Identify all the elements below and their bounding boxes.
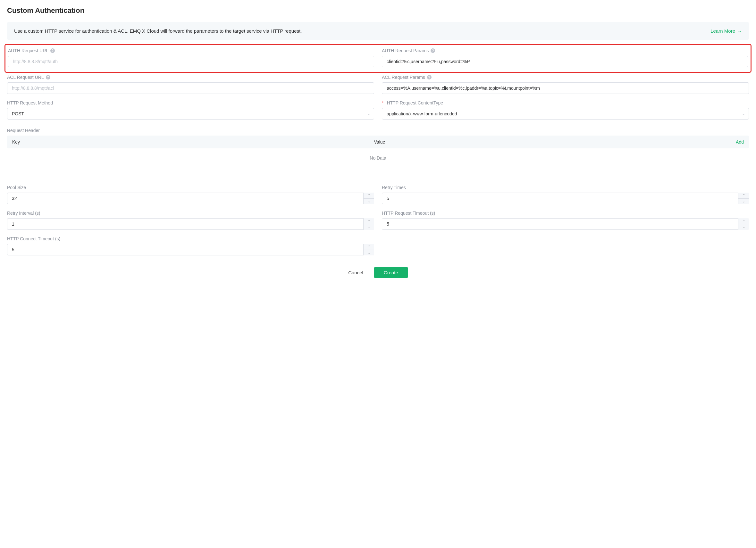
- retry-times-input[interactable]: [382, 193, 749, 204]
- retry-times-label: Retry Times: [382, 185, 749, 190]
- method-row: HTTP Request Method ⌄ * HTTP Request Con…: [7, 100, 749, 120]
- arrow-right-icon: →: [737, 28, 742, 34]
- acl-url-input[interactable]: [7, 82, 374, 94]
- learn-more-label: Learn More: [710, 28, 735, 34]
- request-header-section: Request Header Key Value Add No Data: [7, 126, 749, 164]
- auth-url-input[interactable]: [8, 56, 374, 67]
- header-no-data: No Data: [7, 148, 749, 164]
- acl-params-label-text: ACL Request Params: [382, 75, 425, 80]
- connect-timeout-input[interactable]: [7, 244, 374, 256]
- acl-row: ACL Request URL ? ACL Request Params ?: [7, 75, 749, 94]
- interval-timeout-row: Retry Interval (s) ⌃ ⌄ HTTP Request Time…: [7, 211, 749, 230]
- request-timeout-input[interactable]: [382, 218, 749, 230]
- content-type-label: * HTTP Request ContentType: [382, 100, 749, 105]
- info-banner: Use a custom HTTP service for authentica…: [7, 22, 749, 40]
- info-banner-text: Use a custom HTTP service for authentica…: [14, 28, 302, 34]
- help-icon[interactable]: ?: [46, 75, 50, 80]
- header-col-value: Value: [374, 139, 736, 145]
- auth-params-input[interactable]: [382, 56, 748, 67]
- request-header-label: Request Header: [7, 128, 749, 133]
- auth-url-label: AUTH Request URL ?: [8, 48, 374, 53]
- create-button[interactable]: Create: [374, 267, 408, 278]
- spinner-down-icon[interactable]: ⌄: [364, 250, 374, 256]
- retry-interval-input[interactable]: [7, 218, 374, 230]
- form-actions: Cancel Create: [7, 267, 749, 278]
- pool-retry-row: Pool Size ⌃ ⌄ Retry Times ⌃ ⌄: [7, 185, 749, 204]
- spinner-down-icon[interactable]: ⌄: [738, 224, 749, 230]
- acl-params-label: ACL Request Params ?: [382, 75, 749, 80]
- learn-more-link[interactable]: Learn More →: [710, 28, 742, 34]
- pool-size-label: Pool Size: [7, 185, 374, 190]
- cancel-button[interactable]: Cancel: [348, 270, 363, 275]
- pool-size-label-text: Pool Size: [7, 185, 26, 190]
- content-type-label-text: HTTP Request ContentType: [387, 100, 443, 105]
- spinner-up-icon[interactable]: ⌃: [738, 193, 749, 199]
- method-select[interactable]: [7, 108, 374, 120]
- add-header-button[interactable]: Add: [736, 139, 744, 145]
- connect-timeout-label-text: HTTP Connect Timeout (s): [7, 236, 60, 241]
- auth-params-label: AUTH Request Params ?: [382, 48, 748, 53]
- method-label: HTTP Request Method: [7, 100, 374, 105]
- pool-size-input[interactable]: [7, 193, 374, 204]
- content-type-select[interactable]: [382, 108, 749, 120]
- auth-row-highlight: AUTH Request URL ? AUTH Request Params ?: [4, 44, 752, 73]
- header-table-head: Key Value Add: [7, 136, 749, 148]
- spinner-down-icon[interactable]: ⌄: [738, 199, 749, 205]
- retry-interval-label-text: Retry Interval (s): [7, 211, 40, 216]
- connect-timeout-row: HTTP Connect Timeout (s) ⌃ ⌄: [7, 236, 749, 256]
- acl-url-label: ACL Request URL ?: [7, 75, 374, 80]
- connect-timeout-label: HTTP Connect Timeout (s): [7, 236, 374, 241]
- spinner-up-icon[interactable]: ⌃: [364, 193, 374, 199]
- auth-params-label-text: AUTH Request Params: [382, 48, 429, 53]
- help-icon[interactable]: ?: [431, 48, 435, 53]
- request-timeout-label: HTTP Request Timeout (s): [382, 211, 749, 216]
- acl-params-input[interactable]: [382, 82, 749, 94]
- request-timeout-label-text: HTTP Request Timeout (s): [382, 211, 435, 216]
- spinner-up-icon[interactable]: ⌃: [364, 244, 374, 250]
- retry-times-label-text: Retry Times: [382, 185, 406, 190]
- required-mark: *: [382, 100, 383, 105]
- help-icon[interactable]: ?: [50, 48, 55, 53]
- spinner-up-icon[interactable]: ⌃: [364, 218, 374, 224]
- spinner-down-icon[interactable]: ⌄: [364, 224, 374, 230]
- acl-url-label-text: ACL Request URL: [7, 75, 44, 80]
- header-col-key: Key: [12, 139, 374, 145]
- spinner-up-icon[interactable]: ⌃: [738, 218, 749, 224]
- method-label-text: HTTP Request Method: [7, 100, 53, 105]
- help-icon[interactable]: ?: [427, 75, 432, 80]
- page-title: Custom Authentication: [7, 6, 749, 15]
- spinner-down-icon[interactable]: ⌄: [364, 199, 374, 205]
- auth-url-label-text: AUTH Request URL: [8, 48, 48, 53]
- retry-interval-label: Retry Interval (s): [7, 211, 374, 216]
